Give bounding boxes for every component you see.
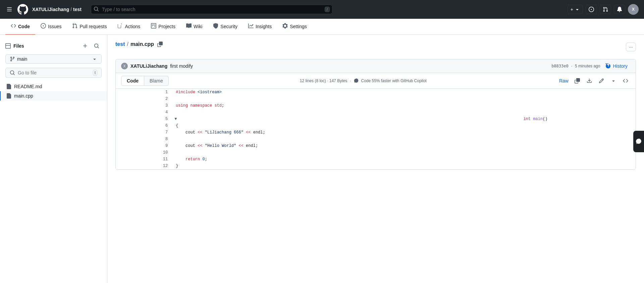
copy-code-button[interactable] [573, 77, 582, 85]
edit-button[interactable] [597, 77, 606, 85]
history-icon [605, 63, 611, 69]
history-button[interactable]: History [603, 62, 630, 70]
file-commit-header: X XATULiJiachang first modify b8833e0 · … [116, 59, 636, 73]
line-code: int main() [521, 116, 636, 122]
line-number[interactable]: 1 [116, 89, 173, 96]
tab-actions[interactable]: Actions [112, 19, 146, 35]
line-code [173, 96, 521, 102]
tab-projects-label: Projects [158, 24, 175, 29]
table-row: 10 [116, 149, 636, 156]
copy-path-button[interactable] [156, 40, 164, 48]
breadcrumb-repo[interactable]: test [115, 41, 125, 47]
line-number[interactable]: 6 [116, 122, 173, 129]
edit-dropdown-button[interactable] [609, 77, 618, 85]
code-tabs-bar: Code Blame 12 lines (8 loc) · 147 Bytes … [116, 73, 636, 89]
line-code: cout << "Hello World" << endl; [173, 143, 521, 149]
table-row: 6 { [116, 122, 636, 129]
header-actions: + X [568, 4, 639, 15]
line-number[interactable]: 4 [116, 109, 173, 116]
code-stats: 12 lines (8 loc) · 147 Bytes [300, 78, 347, 83]
copilot-fab-button[interactable] [633, 131, 644, 152]
notifications-button[interactable] [614, 5, 625, 14]
tab-code-view[interactable]: Code [121, 76, 144, 86]
menu-button[interactable] [5, 5, 13, 13]
meta-separator: · [350, 78, 351, 83]
tab-security[interactable]: Security [208, 19, 243, 35]
code-tabs: Code Blame [121, 76, 169, 86]
symbols-button[interactable] [621, 77, 630, 85]
line-code: using namespace std; [173, 102, 521, 109]
github-logo-icon [17, 4, 28, 15]
issues-icon [41, 23, 46, 30]
line-number[interactable]: 7 [116, 129, 173, 136]
new-dropdown-button[interactable]: + [568, 5, 583, 14]
header-repo-link[interactable]: test [73, 7, 82, 12]
tab-settings[interactable]: Settings [277, 19, 312, 35]
branch-selector[interactable]: main [5, 54, 102, 64]
line-code [173, 109, 521, 116]
sidebar-title-text: Files [13, 43, 24, 49]
line-number[interactable]: 11 [116, 156, 173, 163]
tab-security-label: Security [220, 24, 237, 29]
search-shortcut: / [325, 7, 330, 12]
table-row: 5 ▼ int main() [116, 116, 636, 122]
line-number[interactable]: 10 [116, 149, 173, 156]
commit-avatar: X [121, 63, 128, 69]
issue-button[interactable] [586, 5, 597, 14]
line-number[interactable]: 3 [116, 102, 173, 109]
tab-pr-label: Pull requests [79, 24, 107, 29]
copilot-badge[interactable]: Code 55% faster with GitHub Copilot [354, 78, 426, 83]
download-button[interactable] [585, 77, 594, 85]
tab-code[interactable]: Code [5, 19, 35, 35]
more-options-button[interactable]: ··· [626, 43, 636, 51]
commit-author: XATULiJiachang [130, 63, 167, 69]
branch-icon [10, 56, 15, 62]
table-row: 4 [116, 109, 636, 116]
code-meta: 12 lines (8 loc) · 147 Bytes · Code 55% … [300, 78, 427, 83]
branch-left: main [10, 56, 27, 62]
go-to-file[interactable]: t [5, 68, 102, 78]
repo-nav: Code Issues Pull requests Actions Projec… [0, 19, 644, 35]
tab-insights[interactable]: Insights [243, 19, 277, 35]
tab-issues[interactable]: Issues [35, 19, 67, 35]
tab-pull-requests[interactable]: Pull requests [67, 19, 112, 35]
commit-meta: b8833e0 · 5 minutes ago History [551, 62, 630, 70]
file-item-readme[interactable]: README.md [0, 82, 107, 91]
tab-blame-view[interactable]: Blame [144, 76, 169, 86]
header-user-link[interactable]: XATULiJiachang [32, 7, 69, 12]
add-file-button[interactable] [80, 42, 90, 50]
commit-info: X XATULiJiachang first modify [121, 63, 193, 69]
sidebar: Files main t [0, 35, 107, 283]
avatar[interactable]: X [628, 4, 639, 15]
line-code: return 0; [173, 156, 521, 163]
line-number[interactable]: 8 [116, 136, 173, 143]
tab-wiki[interactable]: Wiki [181, 19, 208, 35]
line-code: { [173, 122, 521, 129]
copy-icon [157, 42, 163, 47]
go-to-file-input[interactable] [18, 70, 90, 75]
line-number[interactable]: 5 [116, 116, 173, 122]
line-number[interactable]: 2 [116, 96, 173, 102]
file-item-maincpp[interactable]: main.cpp [0, 91, 107, 101]
raw-button[interactable]: Raw [558, 77, 570, 85]
actions-icon [117, 23, 123, 30]
tab-projects[interactable]: Projects [146, 19, 181, 35]
line-number[interactable]: 9 [116, 143, 173, 149]
sidebar-header: Files [0, 40, 107, 54]
tab-issues-label: Issues [48, 24, 61, 29]
header-search-area: / [91, 5, 332, 14]
search-files-button[interactable] [92, 42, 102, 50]
chevron-down-edit-icon [611, 78, 616, 83]
code-table: 1 #include <iostream> 2 3 using namespac… [116, 89, 636, 169]
tab-actions-label: Actions [125, 24, 140, 29]
table-row: 9 cout << "Hello World" << endl; [116, 143, 636, 149]
collapse-chevron[interactable]: ▼ [173, 116, 521, 122]
line-code: #include <iostream> [173, 89, 521, 96]
search-input[interactable] [91, 5, 332, 14]
pr-button[interactable] [600, 5, 611, 14]
code-content: 1 #include <iostream> 2 3 using namespac… [116, 89, 636, 169]
chevron-down-icon [92, 56, 97, 62]
security-icon [213, 23, 218, 30]
line-number[interactable]: 12 [116, 163, 173, 169]
file-item-readme-name: README.md [14, 84, 42, 89]
